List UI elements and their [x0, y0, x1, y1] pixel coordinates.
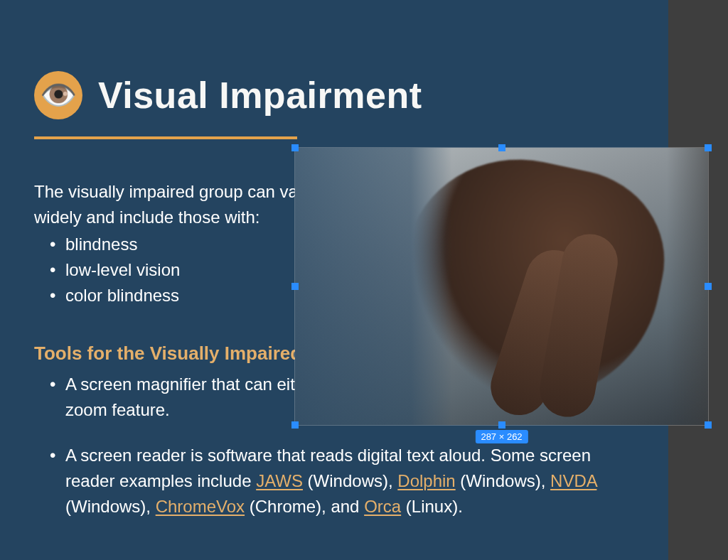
resize-handle-bottom-right[interactable] — [705, 421, 712, 429]
eye-icon: 👁️ — [34, 71, 82, 119]
selection-size-badge: 287 × 262 — [475, 430, 528, 443]
resize-handle-bottom-middle[interactable] — [498, 421, 505, 429]
braille-image[interactable]: 287 × 262 — [294, 147, 709, 426]
page-title: Visual Impairment — [98, 74, 422, 117]
link-orca[interactable]: Orca — [364, 497, 401, 516]
link-chromevox[interactable]: ChromeVox — [156, 497, 245, 516]
link-jaws[interactable]: JAWS — [256, 471, 303, 490]
resize-handle-bottom-left[interactable] — [291, 421, 299, 429]
link-nvda[interactable]: NVDA — [550, 471, 596, 490]
eye-glyph: 👁️ — [40, 80, 77, 110]
resize-handle-middle-left[interactable] — [291, 283, 299, 290]
list-item: A screen reader is software that reads d… — [50, 443, 604, 519]
title-row: 👁️ Visual Impairment — [34, 71, 634, 119]
accent-rule — [34, 136, 297, 139]
resize-handle-top-left[interactable] — [291, 144, 299, 151]
link-dolphin[interactable]: Dolphin — [397, 471, 455, 490]
resize-handle-middle-right[interactable] — [705, 283, 712, 290]
braille-image-surface — [295, 148, 708, 425]
resize-handle-top-right[interactable] — [705, 144, 712, 151]
resize-handle-top-middle[interactable] — [498, 144, 505, 151]
